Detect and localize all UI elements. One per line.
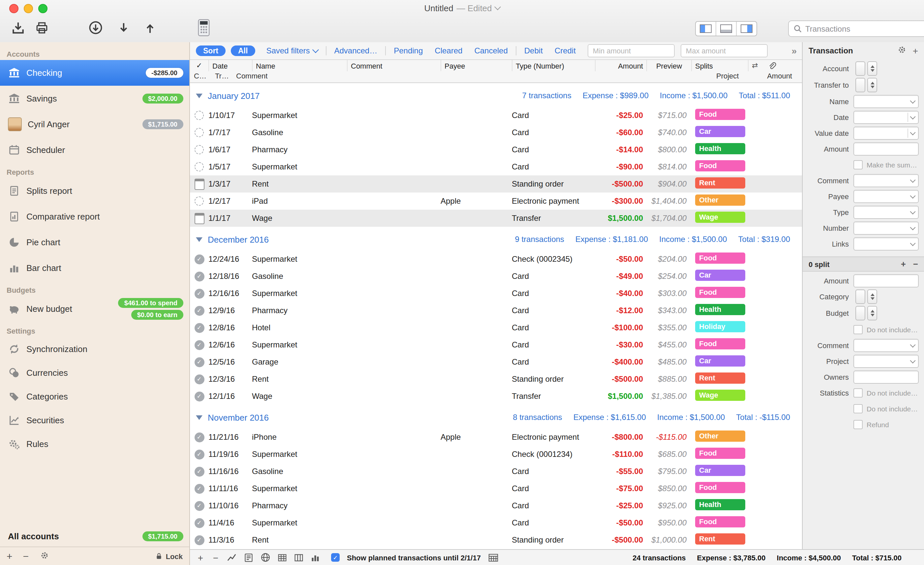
column-name[interactable]: Name [252, 60, 347, 71]
cleared-icon[interactable]: ✓ [194, 518, 204, 528]
table-icon[interactable] [278, 553, 287, 562]
min-amount-input[interactable] [588, 44, 675, 57]
column-sub-c[interactable]: C… [194, 72, 206, 80]
cleared-icon[interactable]: ✓ [194, 306, 204, 315]
cleared-icon[interactable]: ✓ [194, 340, 204, 350]
amount-input[interactable] [854, 274, 919, 287]
sort-button[interactable]: Sort [196, 45, 225, 56]
checkbox-refund[interactable] [854, 420, 862, 429]
category-tag[interactable]: Food [695, 448, 745, 459]
comment-input[interactable] [854, 174, 919, 187]
category-tag[interactable]: Food [695, 482, 745, 493]
disclosure-triangle-icon[interactable] [196, 237, 202, 241]
pending-icon[interactable] [195, 111, 204, 120]
globe-icon[interactable] [261, 553, 270, 562]
date-input[interactable] [854, 111, 919, 124]
sidebar-item-splits-report[interactable]: Splits report [0, 178, 189, 204]
transaction-row[interactable]: ✓12/1/16WageTransfer$1,500.00$1,385.00Wa… [190, 388, 802, 405]
disclosure-triangle-icon[interactable] [196, 415, 202, 420]
title-chevron-down-icon[interactable] [494, 4, 501, 10]
sidebar-item-cyril-anger[interactable]: Cyril Anger$1,715.00 [0, 111, 189, 137]
column-sub-amount[interactable]: Amount [767, 72, 792, 80]
column-preview[interactable]: Preview [646, 60, 691, 71]
transaction-row[interactable]: ✓12/3/16RentStanding order-$500.00$885.0… [190, 370, 802, 388]
category-tag[interactable]: Food [695, 338, 745, 349]
upload-icon[interactable] [141, 18, 158, 37]
line-chart-icon[interactable] [227, 553, 237, 562]
transfer-icon[interactable]: ⇄ [752, 61, 758, 70]
category-tag[interactable]: Food [695, 160, 745, 171]
report-icon[interactable] [244, 553, 253, 562]
remove-transaction-button[interactable]: − [212, 552, 220, 563]
transaction-row[interactable]: ✓12/24/16SupermarketCheck (0002345)-$50.… [190, 250, 802, 268]
pending-icon[interactable] [195, 128, 204, 137]
sidebar-item-synchronization[interactable]: Synchronization [0, 337, 189, 361]
cleared-icon[interactable]: ✓ [194, 466, 204, 476]
transaction-row[interactable]: 1/10/17SupermarketCard-$25.00$715.00Food [190, 107, 802, 124]
transaction-row[interactable]: 1/6/17PharmacyCard-$14.00$800.00Health [190, 141, 802, 158]
cleared-icon[interactable]: ✓ [194, 449, 204, 459]
value-date-input[interactable] [854, 126, 919, 139]
column-sub-tr[interactable]: Tr… [215, 72, 229, 80]
links-input[interactable] [854, 237, 919, 250]
paperclip-icon[interactable] [767, 61, 776, 70]
sidebar-item-categories[interactable]: Categories [0, 384, 189, 408]
bar-chart-icon[interactable] [310, 553, 320, 562]
sidebar-item-comparative-report[interactable]: Comparative report [0, 204, 189, 229]
sidebar-item-securities[interactable]: Securities [0, 408, 189, 432]
advanced-filter-link[interactable]: Advanced… [334, 46, 377, 55]
category-tag[interactable]: Food [695, 516, 745, 528]
cleared-icon[interactable]: ✓ [194, 391, 204, 401]
more-filters-chevron-icon[interactable]: » [791, 45, 797, 56]
checkbox-make-the-sum-of[interactable] [854, 160, 862, 169]
checkbox-do-not-include-in[interactable] [854, 388, 862, 397]
sidebar-item-checking[interactable]: Checking-$285.00 [0, 60, 189, 86]
columns-icon[interactable] [294, 553, 303, 562]
filter-cleared-link[interactable]: Cleared [435, 46, 462, 55]
column-sub-project[interactable]: Project [716, 72, 739, 80]
transaction-row[interactable]: 1/1/17WageTransfer$1,500.00$1,704.00Wage [190, 210, 802, 227]
transaction-row[interactable]: ✓12/5/16GarageCard-$400.00$485.00Car [190, 354, 802, 370]
category-tag[interactable]: Car [695, 270, 745, 281]
category-input[interactable] [855, 289, 865, 304]
stepper-icon[interactable] [867, 78, 877, 92]
cleared-icon[interactable]: ✓ [194, 432, 204, 442]
remove-split-button[interactable]: − [913, 259, 918, 269]
inspector-gear-icon[interactable] [897, 45, 907, 57]
transaction-row[interactable]: 1/2/17iPadAppleElectronic payment-$300.0… [190, 192, 802, 210]
cleared-icon[interactable]: ✓ [194, 288, 204, 298]
category-tag[interactable]: Car [695, 126, 745, 137]
category-tag[interactable]: Wage [695, 211, 745, 223]
category-tag[interactable]: Rent [695, 373, 745, 384]
cleared-icon[interactable]: ✓ [194, 323, 204, 333]
cleared-icon[interactable]: ✓ [194, 271, 204, 281]
payee-input[interactable] [854, 190, 919, 203]
cleared-icon[interactable]: ✓ [194, 535, 204, 545]
comment-input[interactable] [854, 339, 919, 352]
column-date[interactable]: Date [208, 60, 252, 71]
number-input[interactable] [854, 221, 919, 234]
category-tag[interactable]: Food [695, 109, 745, 120]
toggle-right-panel-button[interactable] [736, 22, 756, 36]
category-tag[interactable]: Rent [695, 177, 745, 189]
category-tag[interactable]: Health [695, 499, 745, 510]
filter-all-button[interactable]: All [231, 45, 255, 56]
transaction-row[interactable]: ✓11/4/16SupermarketCard-$50.00$950.00Foo… [190, 514, 802, 531]
column-amount[interactable]: Amount [595, 60, 646, 71]
transaction-row[interactable]: 1/7/17GasolineCard-$60.00$740.00Car [190, 124, 802, 141]
category-tag[interactable]: Holiday [695, 321, 745, 332]
transaction-row[interactable]: ✓12/18/16GasolineCard-$49.00$254.00Car [190, 268, 802, 285]
filter-debit-link[interactable]: Debit [524, 46, 543, 55]
transaction-row[interactable]: ✓11/11/16SupermarketCard-$75.00$850.00Fo… [190, 480, 802, 497]
category-tag[interactable]: Rent [695, 534, 745, 544]
checkbox-do-not-include-in[interactable] [854, 325, 862, 334]
cleared-icon[interactable]: ✓ [194, 374, 204, 384]
column-splits[interactable]: Splits [691, 60, 748, 71]
category-tag[interactable]: Other [695, 195, 745, 206]
checkbox-do-not-include-w[interactable] [854, 404, 862, 413]
inspector-add-button[interactable]: + [913, 45, 918, 56]
transaction-row[interactable]: ✓12/9/16PharmacyCard-$12.00$343.00Health [190, 302, 802, 319]
type-input[interactable] [854, 205, 919, 219]
pending-icon[interactable] [195, 145, 204, 154]
category-tag[interactable]: Car [695, 465, 745, 476]
